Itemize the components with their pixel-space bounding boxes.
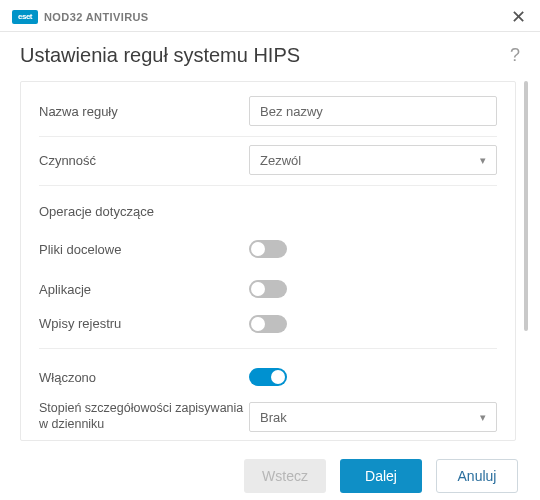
chevron-down-icon: ▾ — [480, 411, 486, 424]
page-title: Ustawienia reguł systemu HIPS — [20, 44, 300, 67]
action-select[interactable]: Zezwól ▾ — [249, 145, 497, 175]
help-icon[interactable]: ? — [510, 45, 520, 66]
scrollbar-thumb[interactable] — [524, 81, 528, 331]
dialog-footer: Wstecz Dalej Anuluj — [0, 441, 540, 493]
applications-toggle[interactable] — [249, 280, 287, 298]
chevron-down-icon: ▾ — [480, 154, 486, 167]
settings-panel: Nazwa reguły Czynność Zezwól ▾ Operacje … — [20, 81, 516, 441]
registry-label: Wpisy rejestru — [39, 316, 249, 331]
rule-name-label: Nazwa reguły — [39, 104, 249, 119]
close-icon[interactable]: ✕ — [508, 6, 528, 28]
applications-label: Aplikacje — [39, 282, 249, 297]
log-level-value: Brak — [260, 410, 287, 425]
row-rule-name: Nazwa reguły — [39, 96, 497, 137]
row-notify: Powiadom użytkownika — [39, 437, 497, 441]
row-applications: Aplikacje — [39, 269, 497, 309]
action-label: Czynność — [39, 153, 249, 168]
eset-logo: eset — [12, 10, 38, 24]
scrollbar[interactable] — [522, 81, 530, 441]
log-level-label: Stopień szczegółowości zapisywania w dzi… — [39, 397, 249, 436]
row-registry: Wpisy rejestru — [39, 309, 497, 349]
target-files-label: Pliki docelowe — [39, 242, 249, 257]
brand: eset NOD32 ANTIVIRUS — [12, 10, 149, 24]
row-target-files: Pliki docelowe — [39, 229, 497, 269]
target-files-toggle[interactable] — [249, 240, 287, 258]
row-enabled: Włączono — [39, 357, 497, 397]
action-value: Zezwól — [260, 153, 301, 168]
row-log-level: Stopień szczegółowości zapisywania w dzi… — [39, 397, 497, 437]
next-button[interactable]: Dalej — [340, 459, 422, 493]
enabled-toggle[interactable] — [249, 368, 287, 386]
cancel-button[interactable]: Anuluj — [436, 459, 518, 493]
dialog-header: Ustawienia reguł systemu HIPS ? — [0, 32, 540, 81]
titlebar: eset NOD32 ANTIVIRUS ✕ — [0, 0, 540, 32]
rule-name-input[interactable] — [249, 96, 497, 126]
operations-heading: Operacje dotyczące — [39, 204, 497, 219]
product-name: NOD32 ANTIVIRUS — [44, 11, 149, 23]
back-button: Wstecz — [244, 459, 326, 493]
registry-toggle[interactable] — [249, 315, 287, 333]
log-level-select[interactable]: Brak ▾ — [249, 402, 497, 432]
row-action: Czynność Zezwól ▾ — [39, 145, 497, 186]
enabled-label: Włączono — [39, 370, 249, 385]
